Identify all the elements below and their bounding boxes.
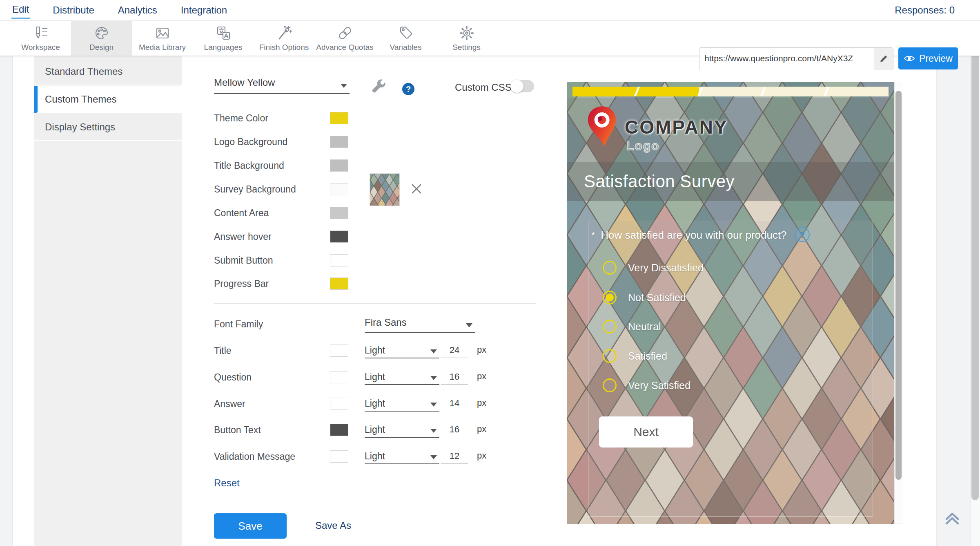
wrench-icon[interactable] — [370, 78, 388, 97]
gear-icon — [458, 24, 476, 42]
px-unit: px — [477, 450, 486, 461]
nav-tab-integration[interactable]: Integration — [180, 2, 228, 18]
progress-separator — [760, 87, 767, 96]
sidebar-item-label: Custom Themes — [45, 94, 117, 105]
remove-background-icon[interactable] — [411, 183, 422, 195]
chevron-down-icon — [430, 403, 437, 407]
toolbar-tab-variables[interactable]: Variables — [375, 20, 436, 56]
survey-title: Satisfaction Survey — [584, 172, 735, 191]
color-swatch[interactable] — [330, 277, 348, 290]
radio-icon[interactable] — [603, 349, 617, 363]
nav-tab-analytics[interactable]: Analytics — [117, 2, 158, 18]
color-swatch[interactable] — [330, 254, 348, 266]
font-color-swatch[interactable] — [330, 371, 348, 383]
font-size-input[interactable]: 24 — [441, 344, 468, 358]
font-weight-value: Light — [365, 424, 385, 435]
font-family-label: Font Family — [214, 317, 263, 331]
toolbar-tabs: Workspace Design Media Library Languages… — [10, 20, 497, 56]
option-label: Satisfied — [628, 350, 667, 362]
color-swatch[interactable] — [330, 183, 348, 195]
font-weight-value: Light — [365, 345, 385, 356]
help-icon[interactable]: ? — [402, 83, 414, 95]
color-swatch[interactable] — [330, 159, 348, 172]
image-icon — [154, 24, 172, 42]
toolbar-tab-languages[interactable]: Languages — [193, 20, 254, 56]
font-weight-select[interactable]: Light — [365, 370, 439, 385]
radio-icon[interactable] — [603, 291, 617, 304]
type-row-title: Title Light 24 px — [214, 344, 537, 358]
radio-icon[interactable] — [603, 320, 617, 333]
sidebar-item-display-settings[interactable]: Display Settings — [34, 114, 182, 141]
sidebar-item-custom-themes[interactable]: Custom Themes — [34, 86, 182, 113]
option-not-satisfied[interactable]: Not Satisfied — [603, 289, 686, 306]
color-row-label: Content Area — [214, 207, 269, 219]
custom-css-toggle[interactable] — [510, 80, 534, 92]
survey-question: * How satisfied are you with our product… — [591, 229, 810, 242]
sidebar-item-label: Display Settings — [45, 121, 115, 133]
color-swatch[interactable] — [330, 136, 348, 148]
toolbar-tab-design[interactable]: Design — [71, 20, 132, 56]
sidebar-item-label: Standard Themes — [45, 66, 122, 77]
toolbar-tab-workspace[interactable]: Workspace — [10, 20, 71, 56]
font-weight-select[interactable]: Light — [365, 423, 439, 438]
next-button[interactable]: Next — [599, 416, 693, 448]
font-weight-select[interactable]: Light — [365, 344, 439, 358]
save-as-link[interactable]: Save As — [315, 520, 351, 531]
toolbar-tab-label: Variables — [390, 43, 422, 52]
edit-url-button[interactable] — [874, 48, 893, 70]
sidebar-item-standard-themes[interactable]: Standard Themes — [34, 58, 182, 85]
reset-link[interactable]: Reset — [214, 477, 240, 489]
px-unit: px — [477, 371, 486, 382]
type-row-answer: Answer Light 14 px — [214, 397, 537, 412]
option-neutral[interactable]: Neutral — [603, 318, 661, 335]
color-swatch[interactable] — [330, 207, 348, 219]
font-size-input[interactable]: 16 — [441, 423, 468, 437]
nav-tab-distribute[interactable]: Distribute — [52, 2, 95, 18]
toolbar-tab-label: Finish Options — [259, 43, 309, 52]
radio-icon[interactable] — [603, 378, 617, 392]
toolbar-tab-label: Design — [89, 43, 114, 52]
color-row-label: Theme Color — [214, 112, 268, 124]
font-color-swatch[interactable] — [330, 424, 348, 436]
toolbar-tab-advance-quotas[interactable]: Advance Quotas — [314, 20, 375, 56]
toolbar-tab-finish-options[interactable]: Finish Options — [254, 20, 314, 56]
question-help-icon[interactable]: ? — [795, 227, 810, 242]
survey-background-thumbnail[interactable] — [370, 173, 400, 206]
type-row-label: Answer — [214, 397, 245, 411]
nav-tab-edit[interactable]: Edit — [11, 1, 30, 19]
color-swatch[interactable] — [330, 230, 348, 243]
survey-preview: COMPANY Logo Satisfaction Survey * How s… — [567, 82, 894, 524]
font-weight-select[interactable]: Light — [365, 450, 439, 464]
font-size-input[interactable]: 16 — [441, 370, 468, 385]
preview-scrollbar-thumb[interactable] — [895, 91, 902, 480]
color-row-label: Answer hover — [214, 230, 272, 243]
font-weight-select[interactable]: Light — [365, 397, 439, 412]
font-color-swatch[interactable] — [330, 398, 348, 410]
option-very-dissatisfied[interactable]: Very Dissatisfied — [603, 260, 704, 276]
option-very-satisfied[interactable]: Very Satisfied — [603, 377, 690, 394]
radio-icon[interactable] — [603, 261, 617, 275]
responses-count[interactable]: Responses: 0 — [895, 4, 955, 16]
font-size-input[interactable]: 12 — [441, 450, 468, 464]
option-satisfied[interactable]: Satisfied — [603, 348, 667, 364]
toolbar-tab-settings[interactable]: Settings — [436, 20, 497, 56]
survey-url-text[interactable]: https://www.questionpro.com/t/ANyX3Z — [699, 48, 874, 70]
font-color-swatch[interactable] — [330, 450, 348, 463]
option-label: Very Dissatisfied — [628, 262, 704, 274]
preview-button[interactable]: Preview — [898, 47, 958, 69]
font-color-swatch[interactable] — [330, 345, 348, 357]
palette-icon — [93, 24, 111, 42]
preview-button-label: Preview — [919, 53, 953, 64]
toolbar-tab-media-library[interactable]: Media Library — [132, 20, 193, 56]
option-label: Not Satisfied — [628, 292, 686, 304]
save-button[interactable]: Save — [214, 513, 287, 539]
chevron-down-icon — [430, 349, 437, 354]
theme-select[interactable]: Mellow Yellow — [214, 77, 350, 94]
color-swatch[interactable] — [330, 112, 348, 124]
font-size-input[interactable]: 14 — [441, 397, 468, 411]
company-logo-pin — [586, 105, 619, 150]
workspace-pencil-icon — [32, 24, 50, 42]
font-family-select[interactable]: Fira Sans — [365, 317, 475, 333]
page-scrollbar-thumb[interactable] — [971, 47, 979, 500]
scroll-to-top-icon[interactable] — [942, 508, 962, 528]
